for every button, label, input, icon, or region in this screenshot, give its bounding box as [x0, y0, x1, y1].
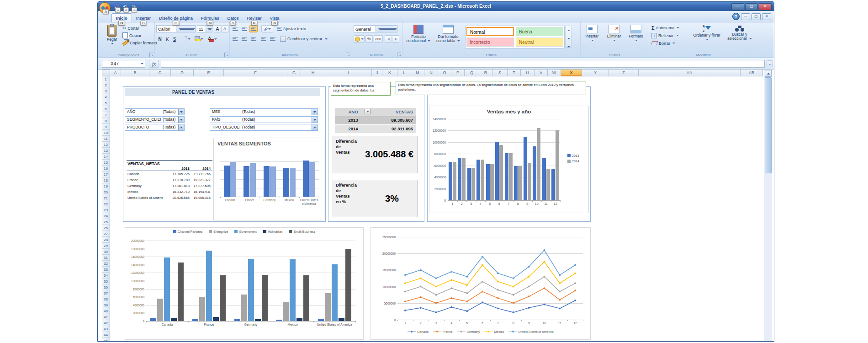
marker — [513, 302, 514, 304]
qat-more-button[interactable] — [139, 3, 146, 10]
bar-government — [164, 257, 170, 321]
legend-dot — [436, 331, 438, 332]
bar-channel-partners — [318, 319, 324, 321]
netas-row: Germany17.361.81817.277.605 — [127, 183, 212, 189]
qat-keytip-1: 1 — [115, 7, 121, 12]
legend-item: Small Business — [289, 230, 315, 233]
filter-dropdown-button[interactable] — [178, 124, 184, 130]
marker — [420, 307, 422, 309]
line-united-states-of-america — [405, 250, 575, 279]
filter-segmento_cliei[interactable]: SEGMENTO_CLIEI(Todas) — [125, 116, 185, 123]
bar-2014 — [230, 162, 236, 197]
filter-dropdown-button[interactable] — [312, 124, 318, 130]
marker — [528, 276, 530, 278]
chevron-down-icon — [180, 119, 183, 121]
pivot-row: 201492.311.095 — [335, 125, 416, 134]
diff-label-line: Diferencia — [336, 182, 357, 188]
netas-2014: 16.194.931 — [190, 190, 212, 194]
marker — [513, 286, 514, 288]
filter-dropdown-button[interactable] — [178, 117, 184, 123]
line-canada — [405, 300, 575, 312]
legend-swatch — [567, 154, 571, 157]
bar-2013 — [505, 153, 508, 200]
x-category-label: 11 — [541, 202, 551, 206]
legend-item: Germany — [457, 330, 480, 333]
filter-producto[interactable]: PRODUCTO(Todas) — [125, 124, 185, 131]
x-category-label: 12 — [551, 202, 561, 206]
netas-row: Mexico16.332.71016.194.931 — [127, 189, 212, 195]
marker — [559, 299, 561, 301]
filter-tipo_descuei[interactable]: TIPO_DESCUEI(Todas) — [210, 124, 318, 131]
pivot-filter-button[interactable] — [365, 109, 370, 114]
filter-value: (Todas) — [163, 125, 175, 129]
x-category-label: Mexico — [280, 198, 299, 202]
marker — [482, 281, 483, 283]
tab-keytip: S — [230, 21, 236, 26]
x-category-label: 2 — [457, 202, 467, 206]
legend-item: Mexico — [484, 330, 504, 333]
gridline — [448, 142, 560, 143]
marker — [497, 273, 499, 274]
filter-dropdown-button[interactable] — [312, 117, 318, 123]
marker — [420, 278, 422, 279]
x-tick — [523, 200, 523, 202]
filter-value: (Todas) — [242, 125, 255, 129]
filter-dropdown-button[interactable] — [312, 109, 318, 115]
x-tick — [495, 200, 495, 202]
legend-line-marker — [509, 332, 517, 332]
diff-ventas-box: DiferenciadeVentas 3.005.488 € — [333, 136, 418, 173]
marker — [450, 287, 452, 289]
legend-item: 2013 — [567, 154, 579, 157]
chevron-down-icon — [180, 127, 183, 129]
legend: CanadaFranceGermanyMexicoUnited States o… — [371, 330, 590, 333]
legend-item: 2014 — [567, 160, 579, 163]
x-category-label: 4 — [476, 202, 486, 206]
filter-año[interactable]: AÑO(Todas) — [125, 108, 185, 115]
marker — [420, 269, 422, 271]
x-category-label: France — [188, 323, 230, 327]
netas-2013: 20.526.565 — [167, 196, 190, 200]
filter-mes[interactable]: MES(Todas) — [210, 108, 318, 115]
y-tick-label: 6000000 — [125, 295, 144, 299]
filter-país[interactable]: PAÍS(Todas) — [210, 116, 318, 123]
legend-line-marker — [484, 332, 492, 332]
y-tick-label: 4000000 — [429, 176, 446, 179]
pivot-col-ano: AÑO — [335, 108, 371, 116]
legend-line-marker — [457, 332, 466, 332]
bar-2013 — [224, 166, 230, 197]
tab-keytip: N — [271, 21, 278, 26]
bar-2014 — [250, 163, 256, 197]
marker — [497, 307, 499, 309]
y-tick-label: 0 — [125, 320, 144, 323]
office-button[interactable]: A — [99, 2, 111, 14]
marker — [543, 276, 545, 278]
filter-label: MES — [212, 109, 220, 114]
marker — [420, 296, 422, 298]
line-france — [405, 288, 575, 303]
marker — [404, 300, 406, 302]
filter-value: (Todas) — [163, 117, 175, 122]
x-tick — [313, 321, 314, 322]
y-tick-label: 10000000 — [429, 141, 446, 144]
x-tick — [319, 197, 319, 198]
bar-small-business — [220, 275, 226, 321]
x-tick — [551, 200, 551, 202]
legend-dot — [411, 331, 413, 332]
x-category-label: 9 — [523, 202, 532, 206]
bar-channel-partners — [192, 319, 198, 321]
marker — [482, 264, 483, 266]
x-tick — [541, 200, 542, 202]
legend-dot — [512, 331, 514, 332]
y-tick-label: 18000000 — [125, 247, 144, 251]
bar-channel-partners — [234, 319, 240, 321]
filter-dropdown-button[interactable] — [178, 109, 184, 115]
tab-keytip: R — [251, 21, 258, 26]
panel-divider — [125, 99, 320, 99]
netas-2013: 16.332.710 — [167, 190, 190, 194]
marker — [404, 274, 406, 276]
netas-row: France17.378.78919.221.377 — [127, 177, 212, 183]
y-tick-label: 6000000 — [429, 164, 446, 167]
marker — [466, 292, 468, 294]
bar-enterprise — [325, 293, 331, 321]
legend-label: Enterprise — [213, 230, 228, 233]
